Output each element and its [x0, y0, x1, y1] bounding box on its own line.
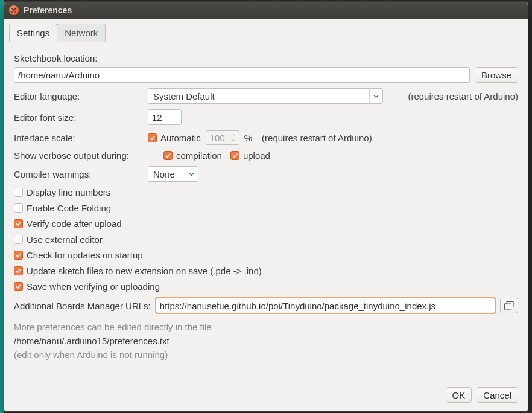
- chevron-down-icon: [185, 167, 198, 181]
- automatic-label: Automatic: [160, 133, 201, 143]
- tab-settings[interactable]: Settings: [9, 24, 57, 42]
- browse-button[interactable]: Browse: [475, 67, 518, 83]
- settings-panel: Sketchbook location: Browse Editor langu…: [4, 42, 528, 381]
- window-icon: [504, 301, 514, 310]
- more-info-line3: (edit only when Arduino is not running): [14, 350, 518, 360]
- update-ext-label: Update sketch files to new extension on …: [27, 266, 262, 276]
- checkbox-icon: [230, 151, 239, 160]
- scale-percent-value: 100: [210, 133, 225, 143]
- font-size-label: Editor font size:: [14, 112, 143, 123]
- save-verify-label: Save when verifying or uploading: [27, 281, 160, 292]
- font-size-input[interactable]: [148, 109, 182, 125]
- sketchbook-input[interactable]: [14, 67, 470, 83]
- interface-scale-label: Interface scale:: [14, 133, 143, 143]
- boards-urls-input[interactable]: [156, 298, 495, 313]
- svg-rect-1: [505, 304, 511, 309]
- verbose-label: Show verbose output during:: [14, 150, 159, 161]
- automatic-checkbox[interactable]: Automatic: [148, 133, 201, 143]
- compiler-warnings-value: None: [153, 169, 185, 179]
- enable-code-folding-label: Enable Code Folding: [27, 203, 111, 213]
- editor-language-select[interactable]: System Default: [148, 88, 383, 104]
- checkbox-icon: [14, 235, 23, 244]
- more-info-line1: More preferences can be edited directly …: [14, 322, 518, 332]
- titlebar: Preferences: [4, 2, 528, 19]
- close-icon[interactable]: [9, 5, 19, 15]
- preferences-window: Preferences Settings Network Sketchbook …: [4, 1, 528, 412]
- compilation-label: compilation: [176, 150, 222, 161]
- checkbox-icon: [14, 219, 23, 228]
- upload-checkbox[interactable]: upload: [230, 150, 270, 161]
- check-updates-checkbox[interactable]: Check for updates on startup: [14, 250, 518, 260]
- checkbox-icon: [163, 151, 173, 160]
- ok-button[interactable]: OK: [446, 387, 472, 403]
- editor-language-hint: (requires restart of Arduino): [408, 91, 518, 101]
- use-external-editor-checkbox[interactable]: Use external editor: [14, 234, 518, 245]
- checkbox-icon: [148, 133, 157, 142]
- more-info-path: /home/nanu/.arduino15/preferences.txt: [14, 336, 518, 346]
- scale-hint: (requires restart of Arduino): [262, 133, 372, 143]
- check-updates-label: Check for updates on startup: [27, 250, 143, 260]
- use-external-editor-label: Use external editor: [27, 234, 103, 245]
- boards-urls-label: Additional Boards Manager URLs:: [14, 301, 151, 311]
- save-verify-checkbox[interactable]: Save when verifying or uploading: [14, 281, 518, 292]
- sketchbook-label: Sketchbook location:: [14, 53, 518, 63]
- window-title: Preferences: [24, 5, 72, 15]
- chevron-down-icon: [369, 89, 382, 103]
- upload-label: upload: [243, 150, 270, 161]
- checkbox-icon: [14, 203, 23, 213]
- percent-suffix: %: [244, 133, 252, 143]
- update-ext-checkbox[interactable]: Update sketch files to new extension on …: [14, 266, 518, 276]
- dialog-footer: OK Cancel: [4, 381, 528, 411]
- cancel-button[interactable]: Cancel: [477, 387, 518, 403]
- open-urls-dialog-button[interactable]: [500, 298, 518, 313]
- display-line-numbers-label: Display line numbers: [27, 187, 110, 197]
- checkbox-icon: [14, 266, 23, 275]
- spinner-icon: [229, 132, 238, 143]
- enable-code-folding-checkbox[interactable]: Enable Code Folding: [14, 203, 518, 213]
- editor-language-value: System Default: [153, 91, 369, 101]
- checkbox-icon: [14, 188, 23, 197]
- tabs: Settings Network: [4, 24, 528, 42]
- verify-after-upload-checkbox[interactable]: Verify code after upload: [14, 219, 518, 229]
- compiler-warnings-label: Compiler warnings:: [14, 169, 143, 179]
- display-line-numbers-checkbox[interactable]: Display line numbers: [14, 187, 518, 197]
- checkbox-icon: [14, 251, 23, 260]
- verify-after-upload-label: Verify code after upload: [27, 219, 122, 229]
- scale-percent-input[interactable]: 100: [206, 130, 239, 145]
- editor-language-label: Editor language:: [14, 91, 143, 101]
- compilation-checkbox[interactable]: compilation: [163, 150, 222, 161]
- checkbox-icon: [14, 282, 23, 291]
- compiler-warnings-select[interactable]: None: [148, 166, 198, 182]
- tab-network[interactable]: Network: [57, 24, 106, 42]
